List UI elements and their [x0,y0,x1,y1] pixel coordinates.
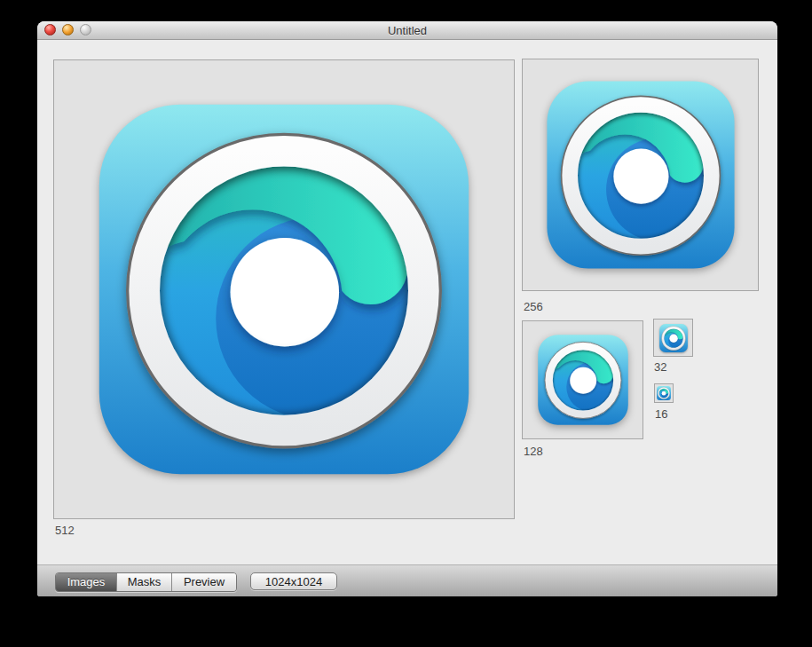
preview-label-256: 256 [524,300,543,313]
canvas-area: 512 256 128 32 16 [37,40,777,587]
close-button[interactable] [44,24,56,36]
titlebar[interactable]: Untitled [37,21,777,40]
app-window: Untitled 512 256 128 32 16 Images Masks … [37,21,777,596]
app-icon-256 [547,81,735,269]
bottom-toolbar: Images Masks Preview 1024x1024 [37,564,777,596]
window-title: Untitled [388,24,427,37]
preview-box-16[interactable] [654,383,674,403]
view-segmented-control: Images Masks Preview [55,572,237,592]
tab-masks[interactable]: Masks [117,573,172,591]
preview-box-32[interactable] [653,319,693,357]
preview-label-128: 128 [524,445,543,458]
preview-box-512[interactable] [53,59,515,519]
tab-preview[interactable]: Preview [172,573,236,591]
app-icon-32 [659,324,688,352]
preview-box-128[interactable] [522,320,643,439]
preview-label-512: 512 [55,524,75,537]
preview-box-256[interactable] [522,59,759,291]
canvas-size-button[interactable]: 1024x1024 [250,572,337,590]
preview-label-32: 32 [654,360,666,374]
preview-label-16: 16 [655,407,667,421]
tab-images[interactable]: Images [56,573,117,591]
zoom-button[interactable] [80,24,91,36]
app-icon-16 [657,386,671,400]
app-icon-128 [538,335,628,425]
app-icon-512 [99,104,469,475]
minimize-button[interactable] [62,24,74,36]
traffic-lights [44,24,91,36]
